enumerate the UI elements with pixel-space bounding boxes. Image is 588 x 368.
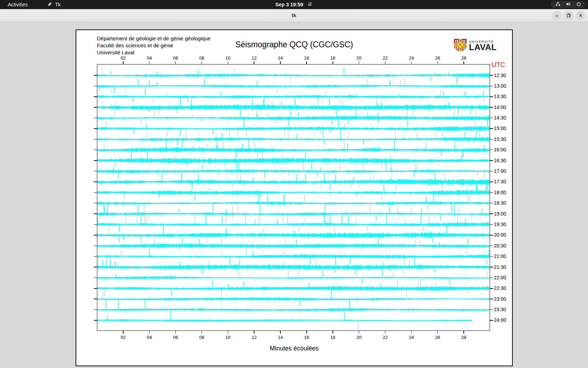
trace-tick-left bbox=[94, 128, 97, 129]
trace-tick-left bbox=[94, 86, 97, 87]
trace-tick-left bbox=[94, 118, 97, 118]
utc-time-label: 21:00 bbox=[494, 253, 506, 259]
utc-time-label: 22:30 bbox=[494, 285, 506, 291]
trace-tick-right bbox=[490, 224, 493, 225]
trace-tick-right bbox=[490, 278, 493, 278]
utc-time-label: 12:30 bbox=[494, 73, 506, 79]
trace-tick-left bbox=[94, 235, 97, 236]
trace-tick-right bbox=[490, 171, 493, 172]
x-tick-top bbox=[332, 61, 333, 64]
x-tick-label-bottom: 10 bbox=[222, 335, 234, 340]
trace-tick-right bbox=[490, 107, 493, 108]
trace-tick-left bbox=[94, 107, 97, 108]
restore-button[interactable] bbox=[564, 11, 573, 20]
window-title: tk bbox=[0, 9, 588, 22]
clock-label: Sep 3 19:59 bbox=[275, 2, 303, 7]
x-tick-label-top: 20 bbox=[353, 55, 365, 61]
x-tick-top bbox=[359, 61, 359, 64]
x-tick-label-top: 16 bbox=[300, 55, 313, 61]
trace-tick-left bbox=[94, 320, 97, 321]
trace-tick-right bbox=[490, 86, 493, 87]
utc-time-label: 13:30 bbox=[494, 94, 506, 100]
x-tick-label-bottom: 12 bbox=[248, 335, 260, 340]
trace-tick-right bbox=[490, 182, 493, 182]
x-tick-label-top: 22 bbox=[379, 55, 392, 61]
network-wired-icon bbox=[555, 1, 561, 8]
trace-tick-left bbox=[94, 309, 97, 310]
x-tick-bottom bbox=[280, 331, 281, 334]
trace-tick-left bbox=[94, 160, 97, 161]
utc-time-label: 17:00 bbox=[494, 168, 506, 174]
trace-tick-right bbox=[490, 256, 493, 257]
trace-tick-right bbox=[490, 96, 493, 97]
trace-tick-right bbox=[490, 118, 493, 118]
x-tick-top bbox=[306, 61, 307, 64]
x-tick-bottom bbox=[359, 331, 359, 334]
utc-time-label: 20:30 bbox=[494, 243, 506, 249]
x-tick-label-bottom: 18 bbox=[327, 335, 339, 340]
clock-menu[interactable]: Sep 3 19:59 bbox=[0, 0, 588, 9]
utc-axis-label: UTC bbox=[491, 61, 505, 69]
trace-tick-left bbox=[94, 278, 97, 278]
trace-tick-left bbox=[94, 192, 97, 193]
trace-tick-left bbox=[94, 213, 97, 214]
trace-tick-right bbox=[490, 128, 493, 129]
x-tick-label-top: 02 bbox=[117, 55, 130, 61]
x-tick-label-bottom: 16 bbox=[300, 335, 313, 340]
x-tick-label-top: 18 bbox=[327, 55, 339, 61]
trace-tick-right bbox=[490, 299, 493, 299]
power-icon bbox=[576, 1, 581, 8]
gnome-top-bar: Activities Tk Sep 3 19:59 bbox=[0, 0, 588, 9]
x-tick-label-top: 28 bbox=[457, 55, 470, 61]
x-tick-label-bottom: 06 bbox=[169, 335, 182, 340]
trace-tick-left bbox=[94, 267, 97, 267]
universite-laval-logo: UNIVERSITÉ LAVAL bbox=[454, 39, 497, 53]
plot-border bbox=[97, 64, 490, 331]
x-tick-top bbox=[175, 61, 176, 64]
x-tick-bottom bbox=[463, 331, 464, 334]
x-tick-bottom bbox=[385, 331, 386, 334]
utc-time-label: 19:00 bbox=[494, 211, 506, 217]
x-tick-label-top: 06 bbox=[169, 55, 182, 61]
minimize-button[interactable] bbox=[552, 11, 561, 20]
seismograph-window: Département de géologie et de génie géol… bbox=[76, 29, 513, 366]
trace-tick-left bbox=[94, 203, 97, 204]
x-tick-top bbox=[228, 61, 229, 64]
x-tick-label-top: 26 bbox=[431, 55, 444, 61]
bell-muted-icon bbox=[307, 1, 313, 8]
trace-tick-left bbox=[94, 288, 97, 289]
close-button[interactable] bbox=[576, 11, 585, 20]
trace-tick-right bbox=[490, 309, 493, 310]
trace-tick-right bbox=[490, 267, 493, 267]
x-axis-title: Minutes écoulées bbox=[76, 345, 512, 352]
system-status-menu[interactable] bbox=[551, 1, 586, 8]
x-tick-label-bottom: 08 bbox=[195, 335, 208, 340]
x-tick-label-top: 10 bbox=[222, 55, 234, 61]
utc-time-label: 21:30 bbox=[494, 264, 506, 270]
trace-tick-right bbox=[490, 192, 493, 193]
chart-title: Séismographe QCQ (CGC/GSC) bbox=[76, 40, 512, 49]
trace-tick-right bbox=[490, 150, 493, 150]
x-tick-top bbox=[202, 61, 202, 64]
trace-tick-right bbox=[490, 203, 493, 204]
utc-time-label: 16:00 bbox=[494, 147, 506, 153]
x-tick-top bbox=[254, 61, 254, 64]
x-tick-top bbox=[438, 61, 438, 64]
window-titlebar[interactable]: tk bbox=[0, 9, 588, 22]
trace-tick-left bbox=[94, 75, 97, 76]
volume-icon bbox=[566, 1, 571, 8]
utc-time-label: 24:00 bbox=[494, 317, 506, 323]
x-tick-label-bottom: 26 bbox=[431, 335, 444, 340]
utc-time-label: 14:00 bbox=[494, 104, 506, 110]
x-tick-label-bottom: 24 bbox=[405, 335, 418, 340]
laval-shield-icon bbox=[454, 39, 467, 53]
x-tick-top bbox=[123, 61, 124, 64]
x-tick-label-top: 14 bbox=[274, 55, 287, 61]
trace-tick-right bbox=[490, 139, 493, 140]
utc-time-label: 15:00 bbox=[494, 125, 506, 131]
trace-tick-left bbox=[94, 182, 97, 182]
x-tick-bottom bbox=[254, 331, 254, 334]
trace-tick-left bbox=[94, 139, 97, 140]
x-tick-label-bottom: 02 bbox=[117, 335, 130, 340]
x-tick-label-top: 24 bbox=[405, 55, 418, 61]
